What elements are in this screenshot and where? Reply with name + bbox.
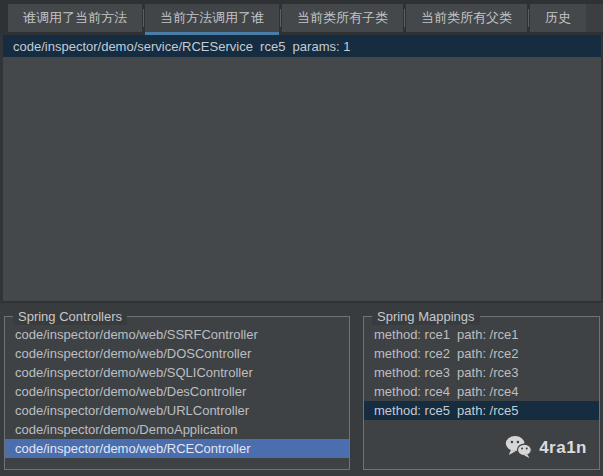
watermark-label: 4ra1n [539,438,587,458]
mapping-list-item-selected[interactable]: method: rce5 path: /rce5 [364,401,599,420]
tab-all-superclasses[interactable]: 当前类所有父类 [406,4,527,32]
tab-separator [143,9,144,27]
mappings-list: method: rce1 path: /rce1 method: rce2 pa… [364,317,599,420]
controller-list-item[interactable]: code/inspector/demo/web/SSRFController [5,325,349,344]
mapping-list-item[interactable]: method: rce2 path: /rce2 [364,344,599,363]
spring-controllers-title: Spring Controllers [13,308,127,325]
bottom-section: Spring Controllers code/inspector/demo/w… [0,303,603,476]
tab-history[interactable]: 历史 [530,4,586,32]
controllers-list: code/inspector/demo/web/SSRFController c… [5,317,349,458]
code-inspector-plugin-window: 谁调用了当前方法 当前方法调用了谁 当前类所有子类 当前类所有父类 历史 cod… [0,0,603,476]
watermark: 4ra1n [505,435,587,461]
spring-mappings-title: Spring Mappings [372,308,480,325]
tab-bar: 谁调用了当前方法 当前方法调用了谁 当前类所有子类 当前类所有父类 历史 [0,0,603,35]
tab-who-called-current-method[interactable]: 谁调用了当前方法 [8,4,142,32]
spring-controllers-panel: Spring Controllers code/inspector/demo/w… [4,316,350,470]
controller-list-item[interactable]: code/inspector/demo/web/DesController [5,382,349,401]
wechat-icon [505,435,532,461]
controller-list-item[interactable]: code/inspector/demo/web/DOSController [5,344,349,363]
tab-bar-filler [586,4,603,32]
tab-all-subclasses[interactable]: 当前类所有子类 [282,4,403,32]
controller-list-item[interactable]: code/inspector/demo/web/URLController [5,401,349,420]
mapping-list-item[interactable]: method: rce1 path: /rce1 [364,325,599,344]
mapping-list-item[interactable]: method: rce3 path: /rce3 [364,363,599,382]
tab-separator [404,9,405,27]
mapping-list-item[interactable]: method: rce4 path: /rce4 [364,382,599,401]
controller-list-item[interactable]: code/inspector/demo/DemoApplication [5,420,349,439]
call-result-row[interactable]: code/inspector/demo/service/RCEService r… [3,35,601,57]
controller-list-item-selected[interactable]: code/inspector/demo/web/RCEController [5,439,349,458]
tab-current-method-calls-who[interactable]: 当前方法调用了谁 [145,4,279,35]
controller-list-item[interactable]: code/inspector/demo/web/SQLIController [5,363,349,382]
call-result-list: code/inspector/demo/service/RCEService r… [0,35,603,303]
spring-mappings-panel: Spring Mappings method: rce1 path: /rce1… [363,316,600,470]
tab-separator [280,9,281,27]
tab-separator [528,9,529,27]
